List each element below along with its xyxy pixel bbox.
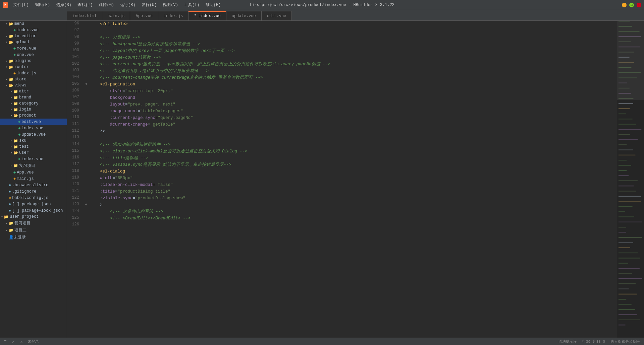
maximize-button[interactable]: □ <box>629 3 634 7</box>
line-content: /> <box>89 128 617 135</box>
tree-item-browserslistrc[interactable]: ◈ .browserslistrc <box>0 182 67 188</box>
tree-item-sku[interactable]: ▸📁sku <box>0 138 67 144</box>
code-segment: <!-- title是标题 --> <box>90 156 148 160</box>
tree-item-label: user_project <box>10 214 39 219</box>
tree-item-router[interactable]: ▾📂router <box>0 64 67 70</box>
fold-indicator <box>83 94 89 101</box>
minimize-button[interactable]: — <box>622 3 627 7</box>
menu-item[interactable]: 编辑(E) <box>32 1 53 8</box>
fold-indicator <box>83 208 89 215</box>
tree-item-label: index.vue <box>17 28 39 32</box>
line-number: 119 <box>67 175 83 182</box>
file-tree: ▾📂menu◈ index.vue▸📁tx-editor▾📂upload◈ mo… <box>0 21 67 338</box>
menu-item[interactable]: 运行(R) <box>117 1 138 8</box>
menu-item[interactable]: 文件(F) <box>11 1 32 8</box>
vue-file-icon: ◈ <box>18 126 20 131</box>
menu-item[interactable]: 查找(I) <box>75 1 96 8</box>
tree-item-login[interactable]: ▸📁login <box>0 107 67 113</box>
tree-item-views[interactable]: ▾📂views <box>0 82 67 88</box>
line-number: 109 <box>67 108 83 115</box>
tree-item-packagejson[interactable]: ◈ [ ] package.json <box>0 201 67 207</box>
tree-item-attr[interactable]: ▸📁attr <box>0 88 67 94</box>
code-editor[interactable]: 96 </el-table>97 98 <!-- 分页组件 -->99 <!--… <box>67 21 617 338</box>
editor-tab[interactable]: * index.vue <box>189 11 226 20</box>
menu-item[interactable]: 跳转(G) <box>96 1 117 8</box>
editor-tab[interactable]: edit.vue <box>262 11 292 20</box>
folder-arrow-icon: ▸ <box>5 228 9 232</box>
tree-item-gitignore[interactable]: ◈ .gitignore <box>0 188 67 195</box>
vue-file-icon: ◈ <box>13 52 16 57</box>
editor-tab[interactable]: App.vue <box>130 11 158 20</box>
code-line: 99 <!-- background是否为分页按钮添加背景色 --> <box>67 41 617 48</box>
editor-tab[interactable]: update.vue <box>226 11 262 20</box>
tree-item-packagelockjson[interactable]: ◈ [ ] package-lock.json <box>0 207 67 214</box>
tree-item-plugins[interactable]: ▸📁plugins <box>0 58 67 64</box>
fold-indicator[interactable]: ◀ <box>83 202 89 208</box>
folder-icon: 📁 <box>13 108 18 112</box>
menu-item[interactable]: 视图(V) <box>160 1 181 8</box>
tree-item-category[interactable]: ▸📁category <box>0 100 67 107</box>
tree-item-[interactable]: ▸📁项目二 <box>0 227 67 234</box>
code-line: 126 <box>67 222 617 228</box>
fold-indicator <box>83 215 89 222</box>
tree-item-label: [ ] package-lock.json <box>12 208 63 213</box>
line-content: <!-- 绑定事件用@ :是让双引号中的字符串变成值 --> <box>89 68 617 74</box>
tree-item-Appvue[interactable]: ◈ App.vue <box>0 169 67 176</box>
tree-item-menu[interactable]: ▾📂menu <box>0 21 67 27</box>
tree-item-user[interactable]: ▾📂user <box>0 150 67 156</box>
tree-item-editvue[interactable]: ◈ edit.vue <box>0 119 67 125</box>
tree-item-onevue[interactable]: ◈ one.vue <box>0 52 67 58</box>
editor-tab[interactable]: main.js <box>102 11 130 20</box>
editor-tab[interactable]: index.html <box>67 11 102 20</box>
folder-icon: 📂 <box>13 114 18 118</box>
menu-item[interactable]: 帮助(H) <box>203 1 223 8</box>
code-line: 120 :close-on-click-modal="false" <box>67 182 617 188</box>
tree-item-[interactable]: 👤 未登录 <box>0 234 67 241</box>
line-content: <!-- 分页组件 --> <box>89 34 617 41</box>
tree-item-morevue[interactable]: ◈ more.vue <box>0 45 67 52</box>
folder-arrow-icon: ▸ <box>9 95 13 99</box>
tree-item-mainjs[interactable]: ◈ main.js <box>0 176 67 182</box>
fold-indicator <box>83 88 89 94</box>
tree-item-label: login <box>19 107 31 112</box>
tree-item-label: App.vue <box>17 170 34 175</box>
line-content: :title="productDialog.title" <box>89 188 617 195</box>
vue-file-icon: ◈ <box>13 46 16 51</box>
vue-file-icon: ◈ <box>13 27 16 32</box>
close-button[interactable]: × <box>637 3 641 7</box>
line-number: 122 <box>67 195 83 202</box>
tab-bar: index.htmlmain.jsApp.vueindex.js* index.… <box>0 10 644 21</box>
tree-item-store[interactable]: ▸📁store <box>0 76 67 82</box>
tree-item-indexvue[interactable]: ◈ index.vue <box>0 125 67 131</box>
tree-item-indexvue[interactable]: ◈ index.vue <box>0 156 67 162</box>
tree-item-babelconfigjs[interactable]: ◈ babel.config.js <box>0 195 67 201</box>
status-menu-icon[interactable]: ≡ <box>4 339 7 344</box>
fold-indicator <box>83 141 89 148</box>
tree-item-upload[interactable]: ▾📂upload <box>0 39 67 45</box>
menu-item[interactable]: 工具(T) <box>181 1 202 8</box>
tree-item-[interactable]: ▸📁复习项目 <box>0 162 67 169</box>
tree-item-product[interactable]: ▾📂product <box>0 113 67 119</box>
tree-item-userproject[interactable]: ▾📂user_project <box>0 214 67 220</box>
line-content: <!-- current-page当前页数 .sync数据同步，加上后点击页面上… <box>89 61 617 68</box>
fold-indicator <box>83 74 89 81</box>
tree-item-[interactable]: ▸📁复习项目 <box>0 220 67 227</box>
tree-item-updatevue[interactable]: ◈ update.vue <box>0 131 67 138</box>
fold-indicator <box>83 182 89 188</box>
fold-indicator <box>83 48 89 54</box>
menu-item[interactable]: 发行(U) <box>139 1 160 8</box>
minimap-canvas <box>617 21 644 338</box>
code-segment: /> <box>90 129 105 134</box>
fold-indicator <box>83 175 89 182</box>
fold-indicator[interactable]: ◀ <box>83 81 89 88</box>
editor-tab[interactable]: index.js <box>158 11 189 20</box>
menu-item[interactable]: 选择(S) <box>53 1 74 8</box>
js-file-icon: ◈ <box>13 176 16 181</box>
tree-item-indexvue[interactable]: ◈ index.vue <box>0 27 67 33</box>
tree-item-brand[interactable]: ▸📁brand <box>0 94 67 100</box>
window-controls: — □ × <box>622 3 641 7</box>
tree-item-indexjs[interactable]: ◈ index.js <box>0 70 67 76</box>
tree-item-test[interactable]: ▸📁test <box>0 144 67 150</box>
tree-item-label: router <box>14 65 29 69</box>
tree-item-txeditor[interactable]: ▸📁tx-editor <box>0 33 67 39</box>
